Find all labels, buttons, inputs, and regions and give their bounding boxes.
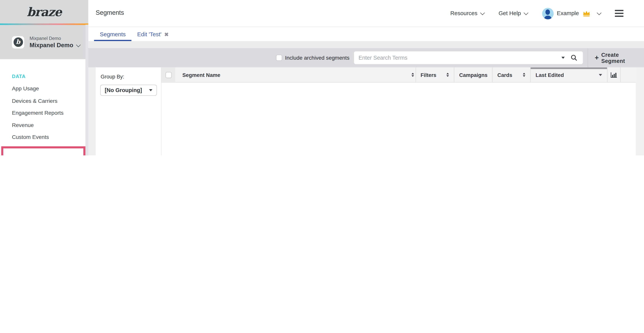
tabbar-spacer <box>88 41 644 48</box>
page-scrollbar-track[interactable] <box>636 67 644 155</box>
sidebar-item-custom-events[interactable]: Custom Events <box>0 131 86 143</box>
tab-edit-test[interactable]: Edit 'Test' ✖ <box>132 27 174 41</box>
include-archived-checkbox[interactable] <box>276 55 282 61</box>
sort-icon[interactable] <box>446 73 450 77</box>
bar-chart-icon <box>610 72 617 78</box>
resources-menu[interactable]: Resources <box>450 10 484 17</box>
segments-table-header: Segment Name Filters Campaigns Cards Las… <box>162 67 636 83</box>
sidebar: DATA App Usage Devices & Carriers Engage… <box>0 59 86 155</box>
workspace-company: Mixpanel Demo <box>30 36 80 41</box>
tab-segments[interactable]: Segments <box>94 27 132 41</box>
column-campaigns[interactable]: Campaigns <box>454 67 492 82</box>
content-gutter <box>88 67 96 155</box>
group-by-label: Group By: <box>100 74 161 80</box>
sidebar-item-devices-carriers[interactable]: Devices & Carriers <box>0 95 86 107</box>
sidebar-item-revenue[interactable]: Revenue <box>0 119 86 131</box>
search-input[interactable] <box>354 55 560 61</box>
toolbar-divider <box>588 48 588 68</box>
column-filters[interactable]: Filters <box>416 67 454 82</box>
segments-table-body <box>162 83 636 155</box>
group-by-select[interactable]: [No Grouping] <box>100 85 157 96</box>
column-segment-name[interactable]: Segment Name <box>176 67 416 82</box>
plus-icon: + <box>595 54 599 61</box>
page-title: Segments <box>96 9 124 17</box>
get-help-menu[interactable]: Get Help <box>498 10 528 17</box>
create-segment-button[interactable]: + Create Segment <box>595 52 644 64</box>
sidebar-nav: DATA App Usage Devices & Carriers Engage… <box>0 59 86 155</box>
workspace-icon: b <box>12 36 24 48</box>
sort-icon[interactable] <box>412 73 416 77</box>
close-icon[interactable]: ✖ <box>164 31 168 37</box>
sidebar-item-engagement-reports[interactable]: Engagement Reports <box>0 107 86 119</box>
avatar <box>542 8 554 19</box>
header-spacer <box>620 67 636 82</box>
crown-icon <box>582 10 590 17</box>
include-archived-label: Include archived segments <box>285 55 350 61</box>
column-analytics[interactable] <box>607 67 620 82</box>
sort-desc-caret-icon[interactable] <box>599 74 602 76</box>
column-cards[interactable]: Cards <box>492 67 530 82</box>
search-icon[interactable] <box>570 54 577 61</box>
search-box <box>354 51 583 64</box>
sidebar-item-app-usage[interactable]: App Usage <box>0 83 86 95</box>
group-by-panel: Group By: [No Grouping] <box>96 67 162 155</box>
hamburger-menu-icon[interactable] <box>615 10 624 17</box>
section-data: DATA App Usage Devices & Carriers Engage… <box>0 74 86 143</box>
user-menu[interactable]: Example <box>542 8 600 19</box>
chevron-down-icon <box>524 11 528 15</box>
select-all-checkbox[interactable] <box>166 72 172 78</box>
column-last-edited[interactable]: Last Edited <box>530 67 607 82</box>
workspace-name: Mixpanel Demo <box>30 42 73 49</box>
top-bar: Segments Resources Get Help Example <box>88 0 644 27</box>
braze-dashboard: braze b Mixpanel Demo Mixpanel Demo DATA… <box>0 0 644 155</box>
section-title-data: DATA <box>12 74 86 79</box>
segments-toolbar: Include archived segments + Create Segme… <box>88 48 644 68</box>
sort-icon[interactable] <box>523 73 527 77</box>
brand-gradient-bar <box>0 24 88 25</box>
user-name: Example <box>557 10 579 17</box>
braze-logo: braze <box>27 5 62 19</box>
tab-bar: Segments Edit 'Test' ✖ <box>88 27 644 41</box>
chevron-down-icon <box>597 11 601 15</box>
logo-block[interactable]: braze <box>0 0 88 24</box>
chevron-down-icon <box>76 42 81 47</box>
search-dropdown-caret-icon[interactable] <box>562 57 565 59</box>
chevron-down-icon <box>480 11 485 15</box>
braze-b-icon: b <box>14 38 23 47</box>
select-caret-icon <box>149 89 152 91</box>
workspace-selector[interactable]: b Mixpanel Demo Mixpanel Demo <box>0 25 88 60</box>
